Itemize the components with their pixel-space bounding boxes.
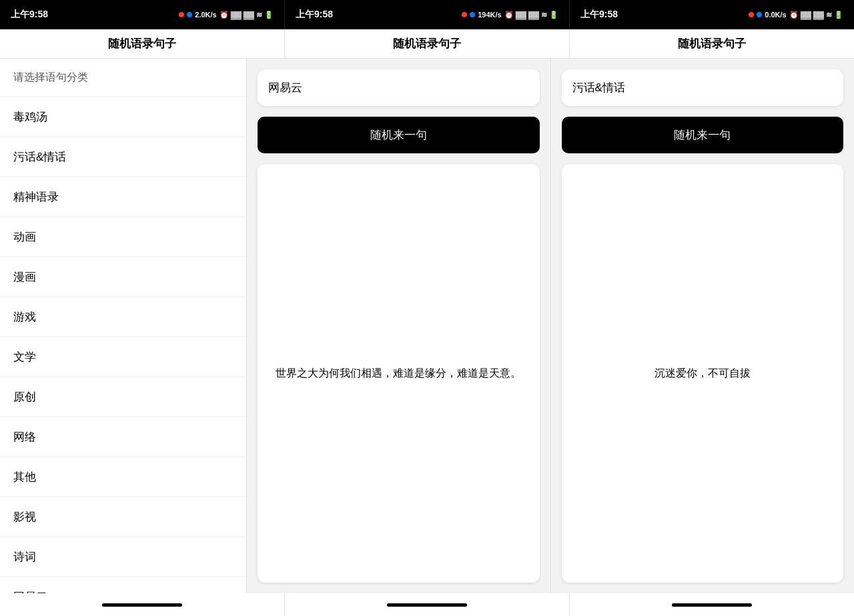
status-signal-middle: ⏰ ▓▓ ▓▓ ≋ 🔋	[504, 11, 558, 19]
middle-random-button[interactable]: 随机来一句	[258, 117, 540, 153]
middle-quote-card: 世界之大为何我们相遇，难道是缘分，难道是天意。	[258, 164, 540, 583]
menu-item-youxi[interactable]: 游戏	[0, 297, 246, 337]
middle-quote-text: 世界之大为何我们相遇，难道是缘分，难道是天意。	[276, 365, 521, 382]
menu-item-wangyiyun[interactable]: 网易云	[0, 577, 246, 593]
status-speed-right: 0.0K/s	[765, 11, 786, 19]
home-bar-left	[102, 603, 182, 607]
status-icons-middle: 194K/s ⏰ ▓▓ ▓▓ ≋ 🔋	[462, 11, 558, 19]
menu-item-yuanchuang[interactable]: 原创	[0, 377, 246, 417]
status-signal-right: ⏰ ▓▓ ▓▓ ≋ 🔋	[789, 11, 843, 19]
title-bars: 随机语录句子 随机语录句子 随机语录句子	[0, 29, 854, 59]
status-time-right: 上午9:58	[580, 9, 618, 21]
status-signal-left: ⏰ ▓▓ ▓▓ ≋ 🔋	[220, 11, 274, 19]
title-bar-right: 随机语录句子	[570, 29, 854, 58]
status-bar-left: 上午9:58 2.0K/s ⏰ ▓▓ ▓▓ ≋ 🔋	[0, 0, 285, 29]
home-indicators	[0, 593, 854, 616]
right-random-button[interactable]: 随机来一句	[562, 117, 844, 153]
status-dot-red-left	[179, 12, 184, 17]
status-dot-blue-left	[187, 12, 192, 17]
right-category-label: 污话&情话	[572, 81, 625, 94]
status-icons-left: 2.0K/s ⏰ ▓▓ ▓▓ ≋ 🔋	[179, 11, 274, 19]
status-dot-blue-middle	[470, 12, 475, 17]
menu-item-jingshen[interactable]: 精神语录	[0, 177, 246, 217]
menu-item-wuhua[interactable]: 污话&情话	[0, 137, 246, 177]
home-bar-right	[672, 603, 752, 607]
status-dot-red-middle	[462, 12, 467, 17]
title-text-middle: 随机语录句子	[393, 36, 461, 51]
status-dot-red-right	[749, 12, 754, 17]
right-panel: 污话&情话 随机来一句 沉迷爱你，不可自拔	[551, 59, 855, 593]
home-indicator-middle	[285, 593, 570, 616]
category-menu: 请选择语句分类 毒鸡汤 污话&情话 精神语录 动画 漫画 游戏 文学 原创 网络	[0, 59, 247, 593]
home-indicator-left	[0, 593, 285, 616]
status-time-left: 上午9:58	[11, 9, 48, 21]
menu-item-wangluo[interactable]: 网络	[0, 417, 246, 457]
title-text-right: 随机语录句子	[678, 36, 746, 51]
middle-panel: 网易云 随机来一句 世界之大为何我们相遇，难道是缘分，难道是天意。	[247, 59, 551, 593]
status-speed-left: 2.0K/s	[195, 11, 216, 19]
menu-item-donghua[interactable]: 动画	[0, 217, 246, 257]
title-bar-left: 随机语录句子	[0, 29, 285, 58]
status-bar-right: 上午9:58 0.0K/s ⏰ ▓▓ ▓▓ ≋ 🔋	[570, 0, 854, 29]
main-content: 请选择语句分类 毒鸡汤 污话&情话 精神语录 动画 漫画 游戏 文学 原创 网络	[0, 59, 854, 593]
status-time-middle: 上午9:58	[296, 9, 333, 21]
menu-item-placeholder[interactable]: 请选择语句分类	[0, 59, 246, 97]
menu-item-yingshi[interactable]: 影视	[0, 497, 246, 537]
middle-category-card: 网易云	[258, 69, 540, 106]
title-text-left: 随机语录句子	[108, 36, 176, 51]
right-category-card: 污话&情话	[562, 69, 844, 106]
menu-item-qita[interactable]: 其他	[0, 457, 246, 497]
status-dot-blue-right	[757, 12, 762, 17]
status-bar-middle: 上午9:58 194K/s ⏰ ▓▓ ▓▓ ≋ 🔋	[285, 0, 570, 29]
status-bars: 上午9:58 2.0K/s ⏰ ▓▓ ▓▓ ≋ 🔋 上午9:58 194K/s …	[0, 0, 854, 29]
title-bar-middle: 随机语录句子	[285, 29, 570, 58]
home-bar-middle	[387, 603, 467, 607]
right-quote-text: 沉迷爱你，不可自拔	[655, 365, 751, 382]
menu-item-dujiitang[interactable]: 毒鸡汤	[0, 97, 246, 137]
middle-category-label: 网易云	[268, 81, 302, 94]
menu-item-manhua[interactable]: 漫画	[0, 257, 246, 297]
menu-item-shici[interactable]: 诗词	[0, 537, 246, 577]
home-indicator-right	[570, 593, 854, 616]
menu-item-wenxue[interactable]: 文学	[0, 337, 246, 377]
status-speed-middle: 194K/s	[478, 11, 501, 19]
status-icons-right: 0.0K/s ⏰ ▓▓ ▓▓ ≋ 🔋	[749, 11, 843, 19]
right-quote-card: 沉迷爱你，不可自拔	[562, 164, 844, 583]
